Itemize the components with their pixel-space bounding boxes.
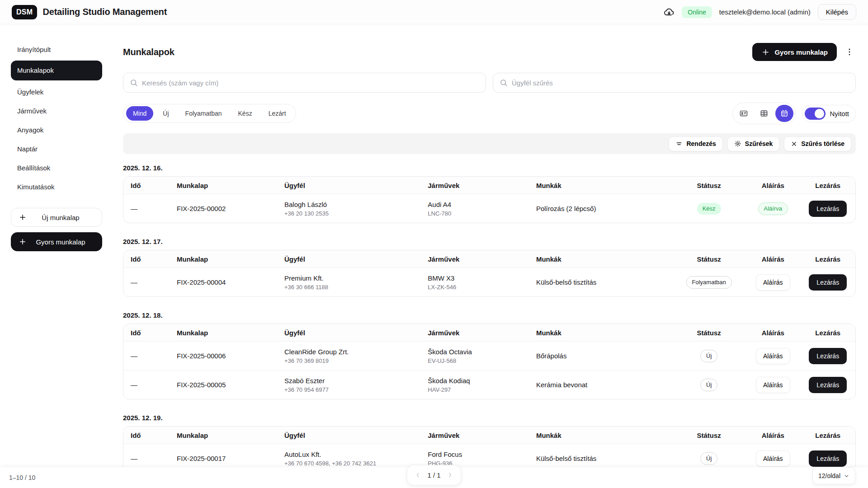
filter-chip-new[interactable]: Új <box>156 106 175 121</box>
vehicle-plate: HAV-297 <box>428 386 522 393</box>
signature-button[interactable]: Aláírás <box>756 348 790 364</box>
customer-filter-box <box>493 73 856 93</box>
table-header-row: Idő Munkalap Ügyfél Járművek Munkák Stát… <box>123 177 855 194</box>
sidebar-item-worksheets[interactable]: Munkalapok <box>11 61 102 80</box>
signature-button[interactable]: Aláírás <box>756 377 790 393</box>
close-worksheet-button[interactable]: Lezárás <box>809 201 847 217</box>
status-badge: Folyamatban <box>686 276 732 289</box>
col-close: Lezárás <box>801 250 855 268</box>
toggle-label: Nyitott <box>830 110 849 117</box>
new-worksheet-button[interactable]: Új munkalap <box>11 208 102 227</box>
col-time: Idő <box>123 324 170 342</box>
close-worksheet-button[interactable]: Lezárás <box>809 348 847 364</box>
vehicle-name: Škoda Kodiaq <box>428 376 522 385</box>
page-indicator: 1 / 1 <box>427 471 440 479</box>
sidebar-item-materials[interactable]: Anyagok <box>11 121 102 139</box>
time-cell: — <box>123 194 170 223</box>
signature-badge: Aláírva <box>758 202 788 215</box>
filter-chip-in-progress[interactable]: Folyamatban <box>179 106 229 121</box>
view-mode-group <box>732 103 796 124</box>
calendar-icon[interactable] <box>775 105 793 122</box>
customer-phone: +36 70 954 6977 <box>284 386 413 393</box>
vehicle-plate: LNC-780 <box>428 210 522 217</box>
col-customer: Ügyfél <box>277 250 420 268</box>
cloud-download-icon[interactable] <box>664 7 675 18</box>
sidebar-item-settings[interactable]: Beállítások <box>11 159 102 177</box>
status-badge: Új <box>700 350 717 362</box>
worksheet-id: FIX-2025-00005 <box>170 371 277 399</box>
table-row[interactable]: — FIX-2025-00004 Premium Kft. +36 30 666… <box>123 268 855 297</box>
quick-worksheet-button[interactable]: Gyors munkalap <box>752 43 837 61</box>
table-row[interactable]: — FIX-2025-00006 CleanRide Group Zrt. +3… <box>123 342 855 371</box>
col-status: Státusz <box>672 324 745 342</box>
vehicle-plate: LX-ZK-546 <box>428 284 522 291</box>
filter-chip-closed[interactable]: Lezárt <box>262 106 293 121</box>
main-content: Munkalapok Gyors munkalap Mind Új <box>113 24 868 488</box>
filter-chip-done[interactable]: Kész <box>231 106 259 121</box>
logout-button[interactable]: Kilépés <box>818 4 856 20</box>
sidebar-item-reports[interactable]: Kimutatások <box>11 178 102 196</box>
vehicle-plate: EV-UJ-568 <box>428 357 522 364</box>
group-date: 2025. 12. 17. <box>123 238 856 245</box>
quick-worksheet-button-sidebar[interactable]: Gyors munkalap <box>11 232 102 251</box>
kebab-menu-icon[interactable] <box>843 45 856 59</box>
chevron-left-icon[interactable] <box>414 471 421 479</box>
group-date: 2025. 12. 16. <box>123 164 856 172</box>
gear-icon <box>734 140 741 147</box>
sidebar-item-dashboard[interactable]: Irányítópult <box>11 41 102 59</box>
chevron-down-icon <box>844 473 849 479</box>
col-vehicles: Járművek <box>420 250 529 268</box>
col-signature: Aláírás <box>745 177 800 194</box>
vehicle-name: Škoda Octavia <box>428 347 522 356</box>
time-cell: — <box>123 268 170 297</box>
id-card-icon[interactable] <box>735 105 753 122</box>
toggle-switch[interactable] <box>805 108 826 120</box>
col-signature: Aláírás <box>745 250 800 268</box>
table-header-row: Idő Munkalap Ügyfél Járművek Munkák Stát… <box>123 250 855 268</box>
open-only-toggle[interactable]: Nyitott <box>802 105 856 122</box>
x-icon <box>791 141 797 147</box>
customer-phone: +36 70 369 8019 <box>284 357 413 364</box>
sort-button[interactable]: Rendezés <box>669 136 722 151</box>
close-worksheet-button[interactable]: Lezárás <box>809 450 847 467</box>
col-close: Lezárás <box>801 177 855 194</box>
close-worksheet-button[interactable]: Lezárás <box>809 377 847 393</box>
group-date: 2025. 12. 18. <box>123 311 856 319</box>
table-row[interactable]: — FIX-2025-00005 Szabó Eszter +36 70 954… <box>123 371 855 399</box>
plus-icon <box>19 213 27 221</box>
table-header-row: Idő Munkalap Ügyfél Járművek Munkák Stát… <box>123 324 855 342</box>
sidebar-item-calendar[interactable]: Naptár <box>11 140 102 158</box>
page-title: Munkalapok <box>123 47 175 57</box>
status-badge: Új <box>700 379 717 391</box>
search-input[interactable] <box>142 79 479 87</box>
col-customer: Ügyfél <box>277 177 420 194</box>
group-date: 2025. 12. 19. <box>123 414 856 422</box>
customer-filter-input[interactable] <box>512 79 849 87</box>
pager: 1 / 1 <box>406 465 461 485</box>
customer-phone: +36 70 670 4598, +36 20 742 3621 <box>284 460 413 467</box>
close-worksheet-button[interactable]: Lezárás <box>809 274 847 291</box>
vehicle-name: Ford Focus <box>428 450 522 459</box>
works-cell: Bőrápolás <box>529 342 672 371</box>
signature-button[interactable]: Aláírás <box>756 450 790 467</box>
sidebar-item-customers[interactable]: Ügyfelek <box>11 83 102 101</box>
col-works: Munkák <box>529 427 672 444</box>
filter-chip-all[interactable]: Mind <box>126 106 153 121</box>
col-worksheet: Munkalap <box>170 177 277 194</box>
clear-filters-button[interactable]: Szűrés törlése <box>784 136 851 151</box>
page-size-select[interactable]: 12/oldal <box>812 467 855 484</box>
signature-button[interactable]: Aláírás <box>756 274 790 291</box>
col-status: Státusz <box>672 250 745 268</box>
col-signature: Aláírás <box>745 427 800 444</box>
customer-name: Balogh László <box>284 200 413 209</box>
table-grid-icon[interactable] <box>755 105 773 122</box>
sidebar: Irányítópult Munkalapok Ügyfelek Járműve… <box>0 24 113 467</box>
chevron-right-icon[interactable] <box>447 471 454 479</box>
top-bar: DSM Detailing Studio Management Online t… <box>0 0 868 24</box>
app-title: Detailing Studio Management <box>42 7 167 17</box>
customer-name: Szabó Eszter <box>284 376 413 385</box>
table-row[interactable]: — FIX-2025-00002 Balogh László +36 20 13… <box>123 194 855 223</box>
status-badge: Kész <box>697 203 721 215</box>
filters-button[interactable]: Szűrések <box>727 136 779 151</box>
sidebar-item-vehicles[interactable]: Járművek <box>11 102 102 120</box>
